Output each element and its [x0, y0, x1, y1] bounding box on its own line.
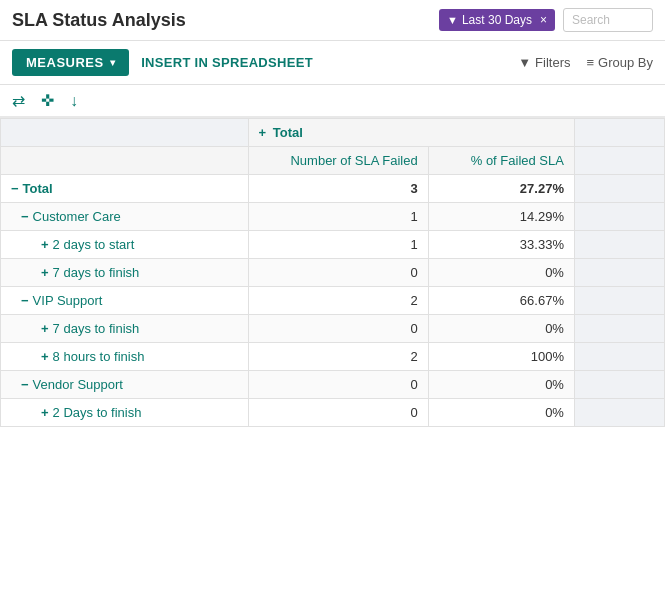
trailing-empty-cell	[574, 315, 664, 343]
col2-value: 14.29%	[428, 203, 574, 231]
col1-value: 0	[248, 371, 428, 399]
col1-value: 1	[248, 231, 428, 259]
row-label-cell: +8 hours to finish	[1, 343, 249, 371]
col2-header: % of Failed SLA	[428, 147, 574, 175]
col2-value: 66.67%	[428, 287, 574, 315]
collapse-minus-icon[interactable]: −	[11, 181, 19, 196]
expand-plus-icon[interactable]: +	[41, 349, 49, 364]
table-row: +8 hours to finish2100%	[1, 343, 665, 371]
trailing-empty-cell	[574, 343, 664, 371]
row-label-cell: +7 days to finish	[1, 315, 249, 343]
table-row: +2 days to start133.33%	[1, 231, 665, 259]
table-row: +7 days to finish00%	[1, 315, 665, 343]
col-group-header: + Total	[248, 119, 574, 147]
table-row: +2 Days to finish00%	[1, 399, 665, 427]
row-label-cell: +7 days to finish	[1, 259, 249, 287]
row-label-text: Customer Care	[33, 209, 121, 224]
table-row: −Customer Care114.29%	[1, 203, 665, 231]
col1-value: 3	[248, 175, 428, 203]
row-label-cell: +2 days to start	[1, 231, 249, 259]
col2-value: 27.27%	[428, 175, 574, 203]
col2-value: 0%	[428, 259, 574, 287]
collapse-minus-icon[interactable]: −	[21, 209, 29, 224]
table-row: −Total327.27%	[1, 175, 665, 203]
row-label-text: 8 hours to finish	[53, 349, 145, 364]
filter-chip-close[interactable]: ×	[540, 13, 547, 27]
row-label-text: 7 days to finish	[53, 265, 140, 280]
row-label-text: 7 days to finish	[53, 321, 140, 336]
collapse-minus-icon[interactable]: −	[21, 293, 29, 308]
trailing-empty-header	[574, 119, 664, 147]
expand-plus-icon[interactable]: +	[41, 321, 49, 336]
trailing-empty-header2	[574, 147, 664, 175]
col2-value: 33.33%	[428, 231, 574, 259]
row-label-header	[1, 147, 249, 175]
row-label-text: 2 days to start	[53, 237, 135, 252]
trailing-empty-cell	[574, 203, 664, 231]
table-row: −VIP Support266.67%	[1, 287, 665, 315]
col-group-expand-icon[interactable]: +	[259, 125, 267, 140]
expand-plus-icon[interactable]: +	[41, 237, 49, 252]
table-row: −Vendor Support00%	[1, 371, 665, 399]
transfer-icon[interactable]: ⇄	[12, 91, 25, 110]
row-label-text: 2 Days to finish	[53, 405, 142, 420]
toolbar: MEASURES ▾ INSERT IN SPREADSHEET ▼ Filte…	[0, 41, 665, 85]
filter-chip-label: Last 30 Days	[462, 13, 532, 27]
col1-value: 0	[248, 399, 428, 427]
row-header-empty	[1, 119, 249, 147]
filter-chip[interactable]: ▼ Last 30 Days ×	[439, 9, 555, 31]
trailing-empty-cell	[574, 399, 664, 427]
table-row: +7 days to finish00%	[1, 259, 665, 287]
row-label-cell: +2 Days to finish	[1, 399, 249, 427]
row-label-cell: −VIP Support	[1, 287, 249, 315]
col1-header: Number of SLA Failed	[248, 147, 428, 175]
trailing-empty-cell	[574, 287, 664, 315]
col2-value: 0%	[428, 371, 574, 399]
col-group-label: Total	[273, 125, 303, 140]
insert-spreadsheet-button[interactable]: INSERT IN SPREADSHEET	[141, 55, 313, 70]
icon-bar: ⇄ ✜ ↓	[0, 85, 665, 118]
col2-value: 100%	[428, 343, 574, 371]
download-icon[interactable]: ↓	[70, 92, 78, 110]
expand-plus-icon[interactable]: +	[41, 265, 49, 280]
funnel-icon: ▼	[447, 14, 458, 26]
trailing-empty-cell	[574, 175, 664, 203]
top-bar: SLA Status Analysis ▼ Last 30 Days × Sea…	[0, 0, 665, 41]
col1-value: 1	[248, 203, 428, 231]
row-label-cell: −Customer Care	[1, 203, 249, 231]
group-by-label: Group By	[598, 55, 653, 70]
measures-chevron-icon: ▾	[110, 57, 116, 68]
col2-value: 0%	[428, 315, 574, 343]
col2-value: 0%	[428, 399, 574, 427]
expand-plus-icon[interactable]: +	[41, 405, 49, 420]
filter-icon: ▼	[518, 55, 531, 70]
row-label-cell: −Vendor Support	[1, 371, 249, 399]
move-icon[interactable]: ✜	[41, 91, 54, 110]
trailing-empty-cell	[574, 371, 664, 399]
page-title: SLA Status Analysis	[12, 10, 431, 31]
row-label-text: Vendor Support	[33, 377, 123, 392]
trailing-empty-cell	[574, 259, 664, 287]
filters-button[interactable]: ▼ Filters	[518, 55, 570, 70]
toolbar-right-actions: ▼ Filters ≡ Group By	[518, 55, 653, 70]
col1-value: 0	[248, 315, 428, 343]
group-by-button[interactable]: ≡ Group By	[586, 55, 653, 70]
search-box[interactable]: Search	[563, 8, 653, 32]
col1-value: 2	[248, 343, 428, 371]
col1-value: 2	[248, 287, 428, 315]
measures-button[interactable]: MEASURES ▾	[12, 49, 129, 76]
collapse-minus-icon[interactable]: −	[21, 377, 29, 392]
row-label-text: VIP Support	[33, 293, 103, 308]
filters-label: Filters	[535, 55, 570, 70]
measures-label: MEASURES	[26, 55, 104, 70]
group-by-icon: ≡	[586, 55, 594, 70]
pivot-table: + Total Number of SLA Failed % of Failed…	[0, 118, 665, 427]
col1-value: 0	[248, 259, 428, 287]
search-placeholder: Search	[572, 13, 610, 27]
trailing-empty-cell	[574, 231, 664, 259]
row-label-text: Total	[23, 181, 53, 196]
row-label-cell: −Total	[1, 175, 249, 203]
